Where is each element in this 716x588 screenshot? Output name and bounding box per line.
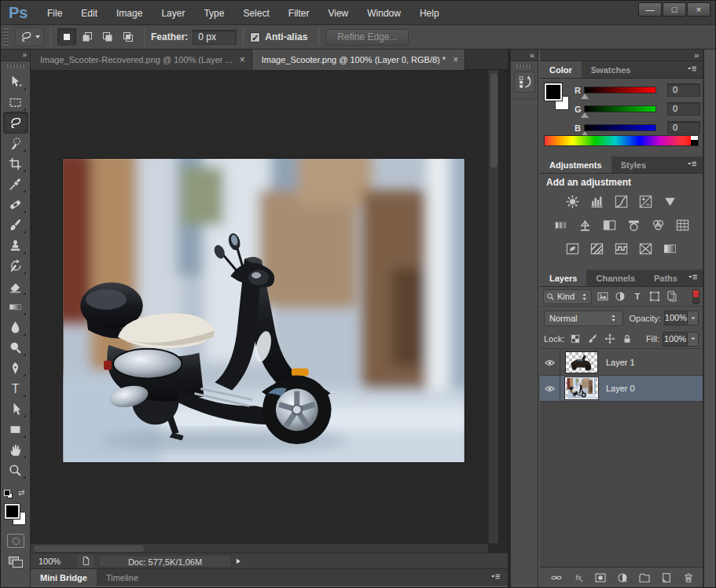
opacity-dropdown[interactable]: 100% [664, 311, 699, 325]
channel-value-input[interactable]: 0 [667, 121, 700, 134]
quick-selection-tool[interactable] [4, 133, 28, 153]
menu-item[interactable]: Image [108, 5, 151, 22]
hand-tool[interactable] [4, 439, 28, 460]
tools-grip[interactable] [7, 64, 24, 68]
menu-item[interactable]: Select [234, 5, 277, 22]
channel-value-input[interactable]: 0 [667, 102, 700, 116]
lock-all-icon[interactable] [619, 332, 635, 346]
filter-adjustment-layers-icon[interactable] [611, 289, 629, 304]
blend-mode-dropdown[interactable]: Normal [544, 311, 623, 326]
zoom-tool[interactable] [4, 460, 28, 480]
window-button[interactable]: × [687, 2, 710, 17]
swap-colors-icon[interactable]: ⇄ [18, 488, 24, 497]
horizontal-scrollbar[interactable] [31, 543, 488, 553]
current-tool-preset[interactable] [15, 28, 44, 46]
path-selection-tool[interactable] [4, 399, 28, 419]
subtract-selection-icon[interactable] [98, 28, 117, 46]
color-spectrum-ramp[interactable] [544, 135, 699, 146]
filter-pixel-layers-icon[interactable] [594, 289, 611, 304]
quick-mask-button[interactable] [7, 534, 24, 548]
eyedropper-tool[interactable] [4, 174, 28, 194]
close-icon[interactable]: × [453, 54, 458, 65]
filter-shape-layers-icon[interactable] [646, 289, 663, 304]
dropdown-icon[interactable] [687, 333, 698, 346]
anti-alias-checkbox[interactable]: ✓ [250, 32, 260, 42]
panel-tab[interactable]: Swatches [582, 61, 641, 78]
panel-menu-icon[interactable] [687, 271, 699, 285]
panel-tab[interactable]: Paths [644, 270, 687, 286]
dock-expand-header[interactable]: « [511, 50, 538, 61]
layer-filter-toggle[interactable] [692, 289, 699, 304]
layer-name[interactable]: Layer 1 [606, 358, 635, 367]
dodge-tool[interactable] [4, 337, 28, 358]
status-options-arrow[interactable] [232, 555, 244, 568]
color-balance-icon[interactable] [575, 216, 594, 233]
add-selection-icon[interactable] [78, 28, 97, 46]
refine-edge-button[interactable]: Refine Edge... [325, 29, 409, 46]
link-layers-icon[interactable] [547, 570, 566, 586]
layer-visibility-toggle[interactable] [540, 350, 560, 376]
curves-icon[interactable] [612, 193, 631, 210]
zoom-level-field[interactable]: 100% [39, 557, 78, 566]
spot-healing-brush-tool[interactable] [4, 194, 28, 215]
layer-visibility-toggle[interactable] [540, 376, 560, 402]
filter-smart-objects-icon[interactable] [663, 289, 681, 304]
move-tool[interactable] [4, 72, 28, 92]
channel-slider-track[interactable] [584, 124, 656, 131]
filter-type-layers-icon[interactable] [629, 289, 646, 304]
menu-item[interactable]: Layer [152, 5, 193, 22]
history-panel-button[interactable] [514, 72, 535, 93]
menu-item[interactable]: Window [358, 5, 409, 22]
panel-menu-icon[interactable] [686, 63, 698, 77]
channel-slider-track[interactable] [584, 86, 656, 94]
brush-tool[interactable] [4, 215, 28, 235]
default-colors-icon[interactable] [4, 490, 13, 499]
layer-row[interactable]: Layer 0 [540, 376, 703, 402]
history-brush-tool[interactable] [4, 255, 28, 276]
clone-stamp-tool[interactable] [4, 235, 28, 255]
dock-grip[interactable] [516, 64, 532, 68]
levels-icon[interactable] [588, 193, 607, 210]
gradient-tool[interactable] [4, 296, 28, 317]
channel-mixer-icon[interactable] [648, 216, 667, 233]
panel-tab[interactable]: Adjustments [540, 156, 611, 173]
rectangle-tool[interactable] [4, 419, 28, 439]
page-state-icon[interactable] [78, 555, 94, 568]
lasso-tool[interactable] [4, 112, 28, 133]
exposure-icon[interactable] [637, 193, 655, 210]
feather-input[interactable]: 0 px [193, 30, 237, 45]
panel-tab[interactable]: Channels [586, 270, 644, 286]
photo-filter-icon[interactable] [624, 216, 643, 233]
type-tool[interactable] [4, 378, 28, 399]
gradient-map-icon[interactable] [661, 240, 680, 257]
menu-item[interactable]: View [319, 5, 357, 22]
channel-slider-thumb[interactable] [581, 94, 589, 99]
foreground-color-swatch[interactable] [545, 83, 562, 101]
new-selection-icon[interactable] [57, 28, 76, 46]
vibrance-icon[interactable] [661, 193, 680, 210]
threshold-icon[interactable] [612, 240, 631, 257]
dropdown-icon[interactable] [687, 311, 698, 325]
dock-collapse-header[interactable]: » [540, 50, 703, 61]
lock-transparent-icon[interactable] [567, 332, 583, 346]
channel-value-input[interactable]: 0 [667, 83, 700, 97]
fill-dropdown[interactable]: 100% [663, 332, 699, 347]
window-button[interactable]: — [638, 2, 662, 17]
panel-menu-icon[interactable] [686, 158, 698, 172]
scrollbar-thumb[interactable] [34, 546, 144, 552]
vertical-scrollbar[interactable] [488, 70, 498, 543]
layer-row[interactable]: Layer 1 [540, 350, 703, 376]
lock-move-icon[interactable] [602, 332, 618, 346]
add-layer-mask-icon[interactable] [591, 570, 610, 586]
black-swatch[interactable] [691, 140, 698, 145]
selective-color-icon[interactable] [637, 240, 655, 257]
brightness-contrast-icon[interactable] [564, 193, 582, 210]
document-canvas-image[interactable] [62, 158, 465, 463]
panel-tab[interactable]: Styles [611, 156, 655, 173]
delete-layer-icon[interactable] [679, 570, 698, 586]
menu-item[interactable]: Help [411, 5, 448, 22]
document-tab[interactable]: Image_Scooter.png @ 100% (Layer 0, RGB/8… [252, 50, 465, 70]
filter-kind-dropdown[interactable]: Kind [543, 289, 592, 304]
foreground-color-swatch[interactable] [5, 504, 20, 519]
close-icon[interactable]: × [240, 54, 245, 65]
